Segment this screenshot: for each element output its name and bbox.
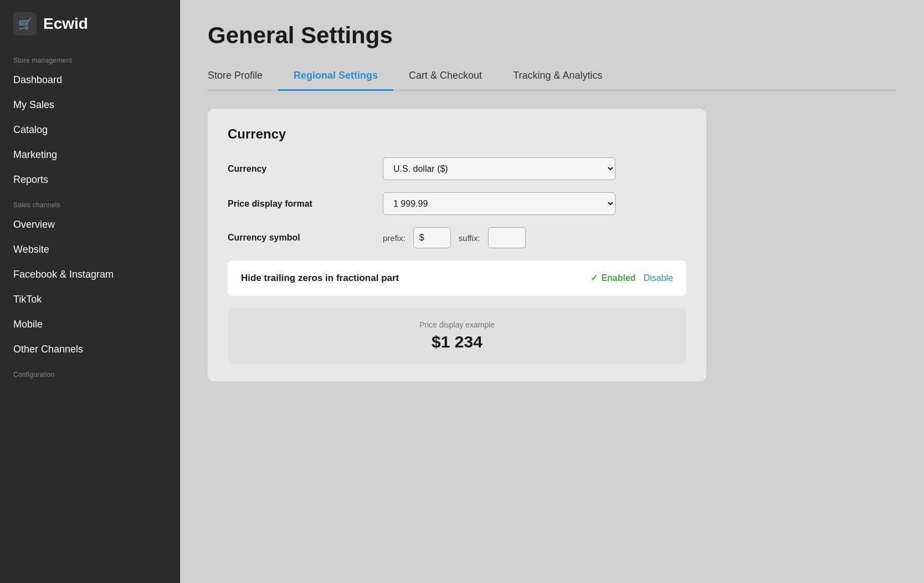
sidebar-item-website[interactable]: Website: [0, 237, 180, 262]
sidebar-item-other-channels[interactable]: Other Channels: [0, 337, 180, 362]
price-example-value: $1 234: [240, 333, 674, 351]
currency-card: Currency Currency U.S. dollar ($) Euro (…: [208, 109, 706, 381]
section-configuration-label: Configuration: [0, 362, 180, 382]
logo: 🛒 Ecwid: [0, 0, 180, 48]
tab-regional-settings[interactable]: Regional Settings: [278, 64, 393, 91]
currency-row: Currency U.S. dollar ($) Euro (€) Britis…: [228, 157, 686, 180]
sidebar-item-catalog[interactable]: Catalog: [0, 117, 180, 142]
tabs-bar: Store Profile Regional Settings Cart & C…: [208, 64, 896, 91]
prefix-input[interactable]: [413, 227, 451, 248]
hide-zeros-row: Hide trailing zeros in fractional part ✓…: [228, 260, 686, 296]
currency-select[interactable]: U.S. dollar ($) Euro (€) British pound (…: [383, 157, 615, 180]
currency-symbol-label: Currency symbol: [228, 233, 383, 243]
enabled-status: ✓ Enabled: [591, 273, 635, 283]
sidebar-item-tiktok[interactable]: TikTok: [0, 287, 180, 312]
logo-icon: 🛒: [13, 12, 37, 35]
sidebar-item-reports[interactable]: Reports: [0, 167, 180, 192]
section-channels-label: Sales channels: [0, 192, 180, 212]
hide-zeros-actions: ✓ Enabled Disable: [591, 273, 673, 283]
page-title: General Settings: [208, 22, 896, 49]
suffix-label: suffix:: [459, 233, 480, 243]
section-management-label: Store management: [0, 48, 180, 68]
sidebar-item-marketing[interactable]: Marketing: [0, 142, 180, 167]
price-example-box: Price display example $1 234: [228, 308, 686, 364]
price-format-row: Price display format 1 999.99 1,999.99 1…: [228, 192, 686, 215]
sidebar-item-facebook-instagram[interactable]: Facebook & Instagram: [0, 262, 180, 287]
currency-symbol-row: Currency symbol prefix: suffix:: [228, 227, 686, 248]
tab-store-profile[interactable]: Store Profile: [208, 64, 278, 91]
price-format-label: Price display format: [228, 199, 383, 209]
price-format-select[interactable]: 1 999.99 1,999.99 1.999,99 1999.99: [383, 192, 615, 215]
sidebar-item-overview[interactable]: Overview: [0, 212, 180, 237]
sidebar-item-dashboard[interactable]: Dashboard: [0, 68, 180, 93]
prefix-label: prefix:: [383, 233, 405, 243]
price-format-select-wrap: 1 999.99 1,999.99 1.999,99 1999.99: [383, 192, 686, 215]
main-content: General Settings Store Profile Regional …: [180, 0, 924, 583]
tab-tracking-analytics[interactable]: Tracking & Analytics: [497, 64, 618, 91]
sidebar: 🛒 Ecwid Store management Dashboard My Sa…: [0, 0, 180, 583]
currency-label: Currency: [228, 164, 383, 174]
price-example-label: Price display example: [240, 320, 674, 329]
currency-select-wrap: U.S. dollar ($) Euro (€) British pound (…: [383, 157, 686, 180]
sidebar-item-my-sales[interactable]: My Sales: [0, 93, 180, 117]
logo-text: Ecwid: [43, 15, 88, 33]
enabled-label: Enabled: [601, 273, 635, 283]
check-icon: ✓: [591, 273, 598, 283]
suffix-input[interactable]: [488, 227, 526, 248]
currency-symbol-inputs: prefix: suffix:: [383, 227, 686, 248]
tab-cart-checkout[interactable]: Cart & Checkout: [393, 64, 497, 91]
currency-section-title: Currency: [228, 126, 686, 142]
hide-zeros-label: Hide trailing zeros in fractional part: [241, 272, 399, 285]
sidebar-item-mobile[interactable]: Mobile: [0, 312, 180, 337]
disable-button[interactable]: Disable: [644, 273, 673, 283]
